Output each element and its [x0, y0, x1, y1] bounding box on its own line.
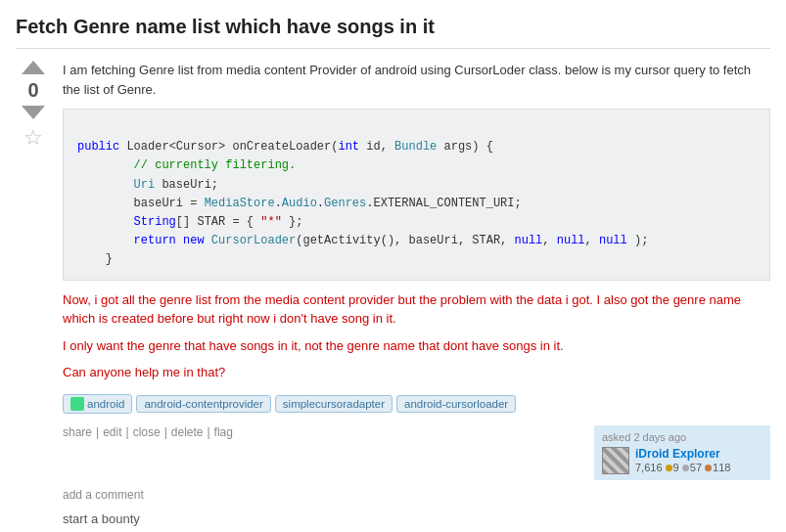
user-reputation: 7,616 9 57 118: [635, 462, 730, 473]
share-link[interactable]: share: [63, 425, 92, 439]
android-icon: [70, 397, 84, 411]
vote-count: 0: [27, 78, 38, 102]
tag-android-contentprovider[interactable]: android-contentprovider: [136, 395, 270, 413]
gold-badge-dot: [666, 465, 672, 471]
avatar: [602, 447, 629, 474]
favorite-star-icon[interactable]: ☆: [23, 127, 43, 149]
close-link[interactable]: close: [133, 425, 161, 439]
tags-row: android android-contentprovider simplecu…: [63, 394, 770, 414]
actions-row: share | edit | close | delete | flag ask…: [63, 425, 770, 480]
silver-badge-dot: [682, 465, 689, 471]
intro-text: I am fetching Genre list from media cont…: [63, 61, 770, 99]
user-name-link[interactable]: iDroid Explorer: [635, 447, 730, 461]
want-text: I only want the genre that have songs in…: [63, 336, 770, 356]
flag-link[interactable]: flag: [214, 425, 233, 439]
asked-label: asked 2 days ago: [602, 431, 763, 443]
problem-text: Now, i got all the genre list from the m…: [63, 290, 770, 329]
bronze-badge-dot: [705, 465, 712, 471]
user-card: asked 2 days ago iDroid Explorer 7,616 9…: [594, 425, 770, 480]
tag-android-cursorloader[interactable]: android-cursorloader: [396, 395, 516, 413]
delete-link[interactable]: delete: [171, 425, 204, 439]
tag-simplecursoradapter[interactable]: simplecursoradapter: [275, 395, 393, 413]
vote-up-button[interactable]: [22, 61, 45, 74]
tag-android[interactable]: android: [63, 394, 132, 414]
help-text: Can anyone help me in that?: [63, 363, 770, 382]
add-comment-link[interactable]: add a comment: [63, 488, 770, 502]
edit-link[interactable]: edit: [103, 425, 121, 439]
page-title: Fetch Genre name list which have songs i…: [16, 16, 770, 49]
vote-down-button[interactable]: [22, 106, 45, 119]
user-info: iDroid Explorer 7,616 9 57 118: [602, 447, 763, 474]
action-links: share | edit | close | delete | flag: [63, 425, 233, 439]
code-block: public Loader<Cursor> onCreateLoader(int…: [63, 109, 770, 281]
start-bounty-button[interactable]: start a bounty: [63, 510, 140, 528]
